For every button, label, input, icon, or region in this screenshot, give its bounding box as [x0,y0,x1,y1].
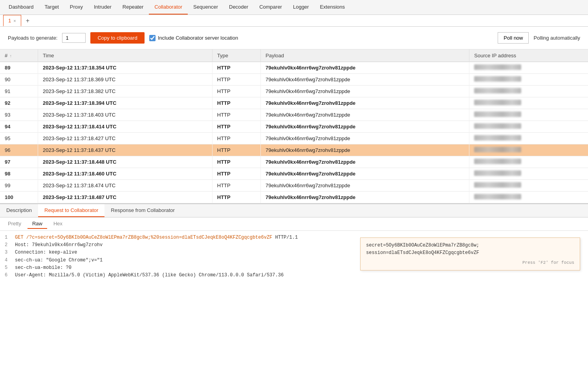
table-row[interactable]: 902023-Sep-12 11:37:18.369 UTCHTTP79ekuh… [0,74,588,86]
cell-payload: 79ekuhlv0kx46nrr6wg7zrohv81zppde [261,121,469,133]
bottom-panel: Description Request to Collaborator Resp… [0,204,588,282]
cell-source-ip [469,97,588,109]
cell-number: 100 [0,192,38,203]
cell-time: 2023-Sep-12 11:37:18.437 UTC [38,144,212,156]
cell-number: 99 [0,180,38,192]
cell-payload: 79ekuhlv0kx46nrr6wg7zrohv81zppde [261,62,469,74]
table-row[interactable]: 892023-Sep-12 11:37:18.354 UTCHTTP79ekuh… [0,62,588,74]
cell-time: 2023-Sep-12 11:37:18.414 UTC [38,121,212,133]
tab-1[interactable]: 1 × [3,15,21,26]
cell-number: 96 [0,144,38,156]
sub-tab-raw[interactable]: Raw [27,219,47,229]
table-row[interactable]: 922023-Sep-12 11:37:18.394 UTCHTTP79ekuh… [0,97,588,109]
nav-intruder[interactable]: Intruder [88,0,117,15]
tab-bar: 1 × + [0,15,588,27]
cell-time: 2023-Sep-12 11:37:18.487 UTC [38,192,212,203]
code-content-2: Host: 79ekuhlv0kx46nrr6wg7zrohv [15,241,103,249]
nav-target[interactable]: Target [39,0,64,15]
nav-proxy[interactable]: Proxy [64,0,88,15]
cell-payload: 79ekuhlv0kx46nrr6wg7zrohv81zppde [261,109,469,121]
payload-count-input[interactable] [62,33,86,43]
line-number-6: 6 [5,272,11,279]
cell-type: HTTP [212,192,260,203]
col-number[interactable]: # ↑ [0,49,38,62]
table-row[interactable]: 962023-Sep-12 11:37:18.437 UTCHTTP79ekuh… [0,144,588,156]
sub-tab-hex[interactable]: Hex [49,219,67,229]
include-location-checkbox[interactable] [149,35,156,41]
table-row[interactable]: 972023-Sep-12 11:37:18.448 UTCHTTP79ekuh… [0,156,588,168]
line-number-4: 4 [5,257,11,264]
table-row[interactable]: 912023-Sep-12 11:37:18.382 UTCHTTP79ekuh… [0,86,588,97]
cell-source-ip [469,133,588,144]
cell-payload: 79ekuhlv0kx46nrr6wg7zrohv81zppde [261,133,469,144]
col-type[interactable]: Type [212,49,260,62]
cell-time: 2023-Sep-12 11:37:18.403 UTC [38,109,212,121]
cell-source-ip [469,109,588,121]
polling-status: Polling automatically [533,35,580,41]
cell-payload: 79ekuhlv0kx46nrr6wg7zrohv81zppde [261,86,469,97]
nav-sequencer[interactable]: Sequencer [188,0,223,15]
cell-time: 2023-Sep-12 11:37:18.382 UTC [38,86,212,97]
cell-source-ip [469,62,588,74]
cell-source-ip [469,180,588,192]
cell-type: HTTP [212,97,260,109]
nav-logger[interactable]: Logger [288,0,314,15]
cell-type: HTTP [212,109,260,121]
poll-now-button[interactable]: Poll now [498,32,529,44]
cell-source-ip [469,144,588,156]
nav-repeater[interactable]: Repeater [117,0,149,15]
code-content-6: User-Agent: Mozilla/5.0 (Victim) AppleWe… [15,272,284,279]
tab-label: 1 [8,18,11,24]
tab-close-icon[interactable]: × [13,18,16,23]
tooltip-text: secret=5Oy6BKIb0OAuCeZ8oWlEPma7rZB8gc8w;… [366,242,574,257]
table-row[interactable]: 952023-Sep-12 11:37:18.427 UTCHTTP79ekuh… [0,133,588,144]
line-number-3: 3 [5,249,11,256]
col-payload[interactable]: Payload [261,49,469,62]
cell-payload: 79ekuhlv0kx46nrr6wg7zrohv81zppde [261,74,469,86]
cell-type: HTTP [212,144,260,156]
cell-number: 89 [0,62,38,74]
col-time[interactable]: Time [38,49,212,62]
nav-collaborator[interactable]: Collaborator [149,0,188,15]
cell-time: 2023-Sep-12 11:37:18.369 UTC [38,74,212,86]
sub-tab-pretty[interactable]: Pretty [3,219,26,229]
cell-source-ip [469,121,588,133]
col-source-ip[interactable]: Source IP address [469,49,588,62]
cell-type: HTTP [212,86,260,97]
table-row[interactable]: 1002023-Sep-12 11:37:18.487 UTCHTTP79eku… [0,192,588,203]
tooltip-footer: Press 'F2' for focus [366,259,574,267]
code-area: 1 GET /?c=secret=5Oy6BKIb0OAuCeZ8oWlEPma… [0,231,588,282]
include-location-wrapper: Include Collaborator server location [149,35,238,41]
cell-number: 95 [0,133,38,144]
toolbar: Payloads to generate: Copy to clipboard … [0,27,588,49]
cell-payload: 79ekuhlv0kx46nrr6wg7zrohv81zppde [261,144,469,156]
cell-payload: 79ekuhlv0kx46nrr6wg7zrohv81zppde [261,180,469,192]
results-table: # ↑ Time Type Payload Source IP address … [0,49,588,203]
table-row[interactable]: 932023-Sep-12 11:37:18.403 UTCHTTP79ekuh… [0,109,588,121]
nav-comparer[interactable]: Comparer [254,0,288,15]
nav-extensions[interactable]: Extensions [314,0,350,15]
cell-type: HTTP [212,156,260,168]
results-table-container: # ↑ Time Type Payload Source IP address … [0,49,588,204]
cell-time: 2023-Sep-12 11:37:18.394 UTC [38,97,212,109]
table-row[interactable]: 982023-Sep-12 11:37:18.460 UTCHTTP79ekuh… [0,168,588,180]
tab-request-to-collaborator[interactable]: Request to Collaborator [38,204,104,217]
nav-dashboard[interactable]: Dashboard [3,0,39,15]
cell-payload: 79ekuhlv0kx46nrr6wg7zrohv81zppde [261,97,469,109]
payloads-label: Payloads to generate: [8,35,57,41]
tab-description[interactable]: Description [0,204,38,217]
cell-type: HTTP [212,133,260,144]
tab-response-from-collaborator[interactable]: Response from Collaborator [104,204,181,217]
cell-time: 2023-Sep-12 11:37:18.354 UTC [38,62,212,74]
nav-decoder[interactable]: Decoder [223,0,254,15]
copy-to-clipboard-button[interactable]: Copy to clipboard [90,32,144,44]
tab-add-button[interactable]: + [22,16,33,26]
cell-source-ip [469,192,588,203]
table-row[interactable]: 992023-Sep-12 11:37:18.474 UTCHTTP79ekuh… [0,180,588,192]
cell-time: 2023-Sep-12 11:37:18.460 UTC [38,168,212,180]
cell-source-ip [469,156,588,168]
cell-payload: 79ekuhlv0kx46nrr6wg7zrohv81zppde [261,192,469,203]
cell-number: 98 [0,168,38,180]
table-row[interactable]: 942023-Sep-12 11:37:18.414 UTCHTTP79ekuh… [0,121,588,133]
top-navigation: Dashboard Target Proxy Intruder Repeater… [0,0,588,15]
